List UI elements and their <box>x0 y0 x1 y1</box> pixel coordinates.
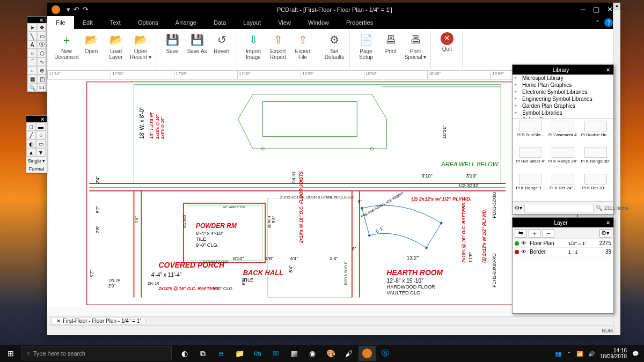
attr-6[interactable]: ▭ <box>36 139 46 148</box>
tray-network-icon[interactable]: 📶 <box>576 351 583 357</box>
lib-item[interactable]: Microspot Library <box>513 75 613 82</box>
quit-button[interactable]: ✕Quit <box>435 31 459 52</box>
menu-text[interactable]: Text <box>101 16 129 29</box>
lib-item[interactable]: Home Plan Graphics <box>513 82 613 88</box>
attr-1[interactable]: □ <box>26 122 36 131</box>
gear-icon[interactable]: ⚙▾ <box>515 205 522 211</box>
tool-curve[interactable]: ∿ <box>37 57 47 66</box>
lib-tile[interactable]: Pl Hor Slider 4' <box>515 147 546 172</box>
skype-icon[interactable]: Ⓢ <box>377 346 394 361</box>
tool-zoom[interactable]: 🔍 <box>27 83 37 92</box>
library-search-input[interactable] <box>524 204 594 212</box>
layer-settings-button[interactable]: ⚙▾ <box>599 229 611 238</box>
save-as-button[interactable]: 💾Save As <box>185 31 209 54</box>
library-close-icon[interactable]: ✕ <box>606 67 610 73</box>
start-button[interactable]: ⊞ <box>0 349 21 358</box>
lib-tile[interactable]: Pl K Range 3... <box>515 174 546 199</box>
tool-polygon[interactable]: ⬠ <box>37 49 47 57</box>
set-defaults-button[interactable]: ⚙Set Defaults <box>323 31 346 60</box>
attr-format[interactable]: Format <box>26 165 47 173</box>
print-button[interactable]: 🖶Print <box>379 31 402 54</box>
layer-row[interactable]: 👁 Floor Plan 1/4" = 1' 2275 <box>513 239 613 248</box>
app-icon[interactable]: ▦ <box>286 346 303 361</box>
menu-file[interactable]: File <box>47 16 74 29</box>
tool-pan[interactable]: ✥ <box>37 23 47 32</box>
edge-icon[interactable]: e <box>213 346 230 361</box>
lib-tile[interactable]: Pl Casement 4' <box>547 121 579 146</box>
lib-item[interactable]: Electronic Symbol Libraries <box>513 88 613 95</box>
menu-properties[interactable]: Properties <box>338 16 382 29</box>
open-button[interactable]: 📂Open <box>79 31 103 54</box>
tray-people-icon[interactable]: 👥 <box>555 351 561 357</box>
tab-close-icon[interactable]: ✕ <box>56 318 61 324</box>
lib-item[interactable]: Engineering Symbol Libraries <box>513 95 613 102</box>
menu-arrange[interactable]: Arrange <box>167 16 205 29</box>
layer-panel[interactable]: Layer✕ ⇋ ＋ − ⚙▾ 👁 Floor Plan 1/4" = 1' 2… <box>512 217 614 314</box>
attr-3[interactable]: ╱ <box>26 131 36 139</box>
minimize-icon[interactable]: ─ <box>581 5 586 13</box>
tool-erase[interactable]: ◫ <box>37 75 47 83</box>
qat-customize-icon[interactable]: ▾ <box>67 5 70 13</box>
tool-arc[interactable]: ⌒ <box>27 57 37 66</box>
palette-close-icon[interactable]: ✕ <box>37 17 46 23</box>
attr-8[interactable]: ▼ <box>36 148 46 157</box>
tool-line[interactable]: ╲ <box>27 32 37 40</box>
chrome-icon[interactable]: ◉ <box>304 346 321 361</box>
revert-button[interactable]: ↺Revert <box>210 31 233 54</box>
attr-single[interactable]: Single ▾ <box>26 157 47 165</box>
tool-text[interactable]: A <box>27 40 37 49</box>
mail-icon[interactable]: ✉ <box>267 346 284 361</box>
taskview-icon[interactable]: ⧉ <box>194 346 211 361</box>
print-special-button[interactable]: 🖶Print Special ▾ <box>404 31 427 60</box>
lib-tile[interactable]: Pl K Ref 24"... <box>547 174 579 199</box>
undo-icon[interactable]: ↶ <box>74 5 79 13</box>
lib-tile[interactable]: Pl K Range 24" <box>547 147 579 172</box>
tool-marker[interactable]: ⊕ <box>37 66 47 75</box>
save-button[interactable]: 💾Save <box>160 31 184 54</box>
cortana-icon[interactable]: ◐ <box>176 346 193 361</box>
tray-volume-icon[interactable]: 🔊 <box>588 351 595 357</box>
help-icon[interactable]: ? <box>604 18 613 27</box>
menu-window[interactable]: Window <box>299 16 338 29</box>
taskbar-search[interactable]: ○ Type here to search <box>21 346 172 360</box>
tool-rect[interactable]: ▭ <box>37 32 47 40</box>
library-panel[interactable]: Library✕ Microspot Library Home Plan Gra… <box>512 64 614 215</box>
attr-2[interactable]: ▬ <box>36 122 46 131</box>
export-file-button[interactable]: ⇧Export File <box>291 31 314 60</box>
attribute-palette[interactable]: ✕ □▬ ╱○ ◐▭ ▲▼ Single ▾ Format <box>26 115 47 173</box>
tool-pointer[interactable]: ➤ <box>27 23 37 32</box>
maximize-icon[interactable]: ▢ <box>593 5 599 13</box>
close-icon[interactable]: ✕ <box>607 5 613 13</box>
tool-dim[interactable]: ↔ <box>27 66 37 75</box>
tool-circle[interactable]: ○ <box>27 49 37 57</box>
tray-up-icon[interactable]: ⌃ <box>567 351 571 357</box>
lib-tile[interactable]: Pl K Range 30" <box>580 147 611 172</box>
layer-row[interactable]: 👁 Border 1 : 1 39 <box>513 248 613 256</box>
palette-close-icon[interactable]: ✕ <box>38 116 47 122</box>
notifications-icon[interactable]: 💬 <box>632 351 639 357</box>
lib-item[interactable]: Garden Plan Graphics <box>513 102 613 109</box>
library-tree[interactable]: Microspot Library Home Plan Graphics Ele… <box>513 75 613 119</box>
pcdraft-icon[interactable] <box>358 346 376 361</box>
menu-view[interactable]: View <box>269 16 299 29</box>
layer-close-icon[interactable]: ✕ <box>606 220 610 226</box>
import-image-button[interactable]: ⇩Import Image <box>241 31 265 60</box>
menu-layout[interactable]: Layout <box>235 16 269 29</box>
attr-5[interactable]: ◐ <box>26 139 36 148</box>
page-setup-button[interactable]: 📄Page Setup <box>354 31 378 60</box>
scroll-up-icon[interactable]: ▲ <box>613 3 620 10</box>
collapse-ribbon-icon[interactable]: ⌃ <box>595 19 600 26</box>
export-report-button[interactable]: ⇧Export Report <box>266 31 290 60</box>
layer-link-button[interactable]: ⇋ <box>515 229 526 238</box>
palette-icon[interactable]: 🖌 <box>340 346 357 361</box>
taskbar-clock[interactable]: 14:16 18/09/2018 <box>600 348 627 359</box>
load-layer-button[interactable]: 📂Load Layer <box>104 31 128 60</box>
explorer-icon[interactable]: 📁 <box>231 346 248 361</box>
menu-edit[interactable]: Edit <box>74 16 101 29</box>
eye-icon[interactable]: 👁 <box>521 240 528 246</box>
lib-tile[interactable]: Pl Double Hu... <box>580 121 611 146</box>
menu-options[interactable]: Options <box>129 16 167 29</box>
lib-item[interactable]: Symbol Libraries <box>513 109 613 116</box>
eye-icon[interactable]: 👁 <box>521 249 528 255</box>
new-document-button[interactable]: ＋New Document <box>55 31 78 60</box>
